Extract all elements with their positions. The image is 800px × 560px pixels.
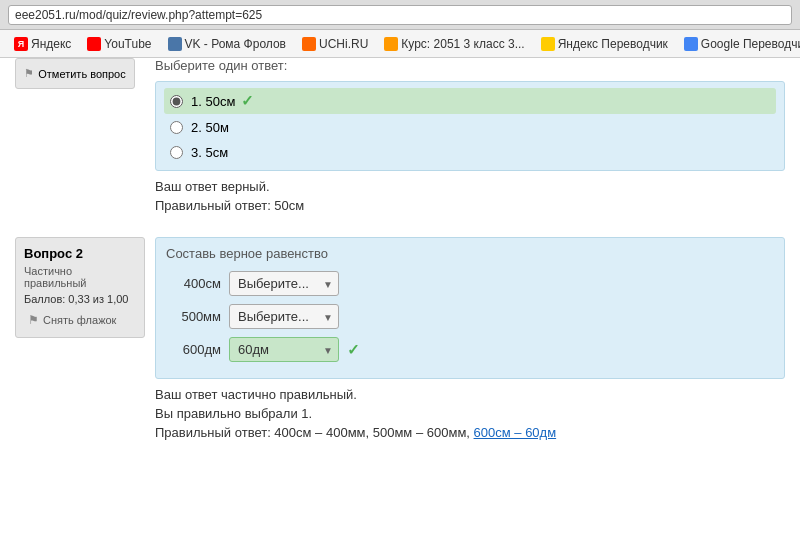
- answer-label-1: 1. 50см: [191, 94, 235, 109]
- bookmark-youtube[interactable]: YouTube: [81, 35, 157, 53]
- answer-option-1: 1. 50см ✓: [164, 88, 776, 114]
- mark-question-label: Отметить вопрос: [38, 68, 125, 80]
- bookmarks-bar: Я Яндекс YouTube VK - Рома Фролов UCHi.R…: [0, 30, 800, 58]
- q1-left-sidebar: ⚑ Отметить вопрос: [15, 58, 145, 97]
- q2-answer-area: Составь верное равенство 400см Выберите.…: [155, 237, 785, 379]
- q2-title: Вопрос 2: [24, 246, 136, 261]
- eq-label-1: 400см: [166, 276, 221, 291]
- bookmark-yandex-label: Яндекс: [31, 37, 71, 51]
- eq-label-2: 500мм: [166, 309, 221, 324]
- question-2-row: Вопрос 2 Частично правильный Баллов: 0,3…: [0, 237, 800, 450]
- q2-correct-answer-text: Правильный ответ: 400см – 400мм, 500мм –…: [155, 425, 785, 440]
- eq-select-wrapper-3: 60дм: [229, 337, 339, 362]
- bookmark-kurs-label: Курс: 2051 3 класс 3...: [401, 37, 524, 51]
- answer-option-2: 2. 50м: [164, 116, 776, 139]
- answer-label-3: 3. 5см: [191, 145, 228, 160]
- bookmark-yandex-transl[interactable]: Яндекс Переводчик: [535, 35, 674, 53]
- bookmark-uchi[interactable]: UCHi.RU: [296, 35, 374, 53]
- kurs-icon: [384, 37, 398, 51]
- vk-icon: [168, 37, 182, 51]
- q2-content: Составь верное равенство 400см Выберите.…: [155, 237, 785, 440]
- eq-label-3: 600дм: [166, 342, 221, 357]
- answer-radio-1[interactable]: [170, 95, 183, 108]
- unflag-button[interactable]: ⚑ Снять флажок: [24, 311, 136, 329]
- answer-option-3: 3. 5см: [164, 141, 776, 164]
- q2-left-sidebar: Вопрос 2 Частично правильный Баллов: 0,3…: [15, 237, 145, 346]
- q2-score: Баллов: 0,33 из 1,00: [24, 293, 136, 305]
- unflag-label: Снять флажок: [43, 314, 116, 326]
- bookmark-vk-label: VK - Рома Фролов: [185, 37, 286, 51]
- q2-correct-prefix: Правильный ответ: 400см – 400мм, 500мм –…: [155, 425, 474, 440]
- address-bar[interactable]: eee2051.ru/mod/quiz/review.php?attempt=6…: [8, 5, 792, 25]
- eq-select-wrapper-1: Выберите...: [229, 271, 339, 296]
- eq-row-1: 400см Выберите...: [166, 271, 774, 296]
- q1-answer-options: 1. 50см ✓ 2. 50м 3. 5см: [155, 81, 785, 171]
- bookmark-google-transl-label: Google Переводчик: [701, 37, 800, 51]
- bookmark-uchi-label: UCHi.RU: [319, 37, 368, 51]
- bookmark-kurs[interactable]: Курс: 2051 3 класс 3...: [378, 35, 530, 53]
- eq-select-2[interactable]: Выберите...: [229, 304, 339, 329]
- q2-compose-header: Составь верное равенство: [166, 246, 774, 261]
- yandex-icon: Я: [14, 37, 28, 51]
- q1-correct-answer: Правильный ответ: 50см: [155, 198, 785, 213]
- q2-partial-result: Ваш ответ частично правильный.: [155, 387, 785, 402]
- q2-you-correct: Вы правильно выбрали 1.: [155, 406, 785, 421]
- flag-mark-icon: ⚑: [24, 67, 34, 80]
- answer-radio-2[interactable]: [170, 121, 183, 134]
- browser-bar: eee2051.ru/mod/quiz/review.php?attempt=6…: [0, 0, 800, 30]
- question-1-row: ⚑ Отметить вопрос Выберите один ответ: 1…: [0, 58, 800, 227]
- eq-row-2: 500мм Выберите...: [166, 304, 774, 329]
- yandex-transl-icon: [541, 37, 555, 51]
- bookmark-yandex[interactable]: Я Яндекс: [8, 35, 77, 53]
- mark-question-button[interactable]: ⚑ Отметить вопрос: [15, 58, 135, 89]
- eq-row-3: 600дм 60дм ✓: [166, 337, 774, 362]
- bookmark-vk[interactable]: VK - Рома Фролов: [162, 35, 292, 53]
- bookmark-google-transl[interactable]: Google Переводчик: [678, 35, 800, 53]
- answer-radio-3[interactable]: [170, 146, 183, 159]
- eq-checkmark-3: ✓: [347, 341, 360, 359]
- section-gap: [0, 227, 800, 237]
- uchi-icon: [302, 37, 316, 51]
- flag-icon: ⚑: [28, 313, 39, 327]
- youtube-icon: [87, 37, 101, 51]
- correct-checkmark-1: ✓: [241, 92, 254, 110]
- q2-status: Частично правильный: [24, 265, 136, 289]
- google-transl-icon: [684, 37, 698, 51]
- bookmark-youtube-label: YouTube: [104, 37, 151, 51]
- bookmark-yandex-transl-label: Яндекс Переводчик: [558, 37, 668, 51]
- page-content: ⚑ Отметить вопрос Выберите один ответ: 1…: [0, 58, 800, 560]
- eq-select-1[interactable]: Выберите...: [229, 271, 339, 296]
- answer-label-2: 2. 50м: [191, 120, 229, 135]
- eq-select-3[interactable]: 60дм: [229, 337, 339, 362]
- q1-content: Выберите один ответ: 1. 50см ✓ 2. 50м 3.…: [155, 58, 785, 217]
- q2-correct-highlighted: 600см – 60дм: [474, 425, 557, 440]
- q2-info-box: Вопрос 2 Частично правильный Баллов: 0,3…: [15, 237, 145, 338]
- q1-instruction: Выберите один ответ:: [155, 58, 785, 73]
- eq-select-wrapper-2: Выберите...: [229, 304, 339, 329]
- q1-result: Ваш ответ верный.: [155, 179, 785, 194]
